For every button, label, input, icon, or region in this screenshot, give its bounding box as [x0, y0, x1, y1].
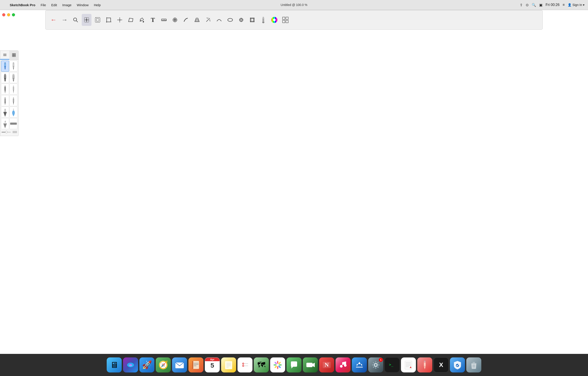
brush-item-marker-dark[interactable] [1, 72, 9, 83]
lastfm-icon[interactable]: ⊙ [526, 3, 529, 7]
brush-item-brush-medium[interactable] [10, 95, 17, 106]
svg-point-36 [228, 18, 233, 22]
dock-launchpad[interactable]: 🚀 [139, 357, 154, 373]
brush-item-brush-drop[interactable] [10, 107, 17, 118]
ruler-button[interactable] [159, 14, 169, 26]
zoom-button[interactable] [71, 14, 80, 26]
svg-rect-87 [13, 86, 14, 87]
dock-messages[interactable] [286, 357, 302, 373]
distort-button[interactable] [126, 14, 136, 26]
dock-terminal[interactable]: >_ [385, 357, 399, 373]
dock-safari[interactable]: 🧭 [156, 357, 171, 373]
brush-marker-button[interactable] [258, 14, 268, 26]
svg-rect-86 [13, 87, 14, 90]
layers-button[interactable] [247, 14, 257, 26]
svg-point-0 [74, 18, 77, 21]
svg-rect-65 [14, 55, 15, 57]
brush-grid-tab[interactable] [9, 51, 18, 59]
minimize-button[interactable] [7, 13, 10, 16]
brush-item-brush-thin[interactable] [1, 95, 9, 106]
lasso-select-button[interactable] [93, 14, 103, 26]
menu-items: SketchBook Pro File Edit Image Window He… [8, 2, 520, 8]
dock-music[interactable] [336, 357, 351, 373]
svg-rect-108 [225, 361, 232, 369]
dock-photos[interactable] [270, 357, 285, 373]
help-menu[interactable]: Help [92, 2, 103, 8]
svg-rect-75 [4, 75, 6, 78]
svg-point-122 [277, 366, 278, 369]
brush-item-pen-fine[interactable] [1, 84, 9, 95]
color-wheel-button[interactable] [270, 14, 279, 26]
brush-grid: A [0, 60, 18, 130]
dock-contacts[interactable] [189, 357, 203, 373]
edit-menu[interactable]: Edit [49, 2, 59, 8]
text-button[interactable]: T [148, 14, 158, 26]
dock-finder[interactable]: 🖥 [107, 357, 122, 373]
svg-marker-91 [13, 102, 14, 105]
svg-rect-58 [286, 20, 288, 23]
svg-rect-68 [4, 62, 6, 64]
paint-bucket-button[interactable] [137, 14, 147, 26]
svg-rect-90 [5, 97, 6, 99]
app-name-menu[interactable]: SketchBook Pro [8, 2, 38, 8]
svg-rect-57 [283, 20, 285, 23]
brush-list-tab[interactable] [0, 51, 9, 59]
curve-button[interactable] [214, 14, 224, 26]
dock-calendar[interactable]: Apr 5 [205, 357, 220, 373]
select-move-button[interactable] [82, 14, 91, 26]
puck-button[interactable] [236, 14, 246, 26]
brush-item-pencil-blue[interactable] [1, 61, 9, 72]
sign-in-button[interactable]: 👤 Sign In ▾ [568, 3, 585, 7]
dock-pencil-app[interactable] [417, 357, 432, 373]
search-icon[interactable]: 🔍 [532, 3, 536, 7]
dock-trash[interactable] [466, 357, 481, 373]
airplay-icon[interactable]: ⇪ [520, 3, 523, 7]
brush-item-marker-light[interactable] [10, 72, 17, 83]
svg-rect-83 [4, 87, 6, 90]
dock-news[interactable]: N [319, 357, 334, 373]
brush-item-pencil-gray[interactable] [10, 61, 17, 72]
fullscreen-button[interactable] [12, 13, 15, 16]
brush-item-brush-triangle[interactable] [1, 107, 9, 118]
display-icon[interactable]: ▣ [539, 3, 543, 7]
transform-button[interactable] [115, 14, 125, 26]
magic-wand-button[interactable] [203, 14, 213, 26]
brush-item-pen-gray[interactable] [10, 84, 17, 95]
svg-marker-81 [13, 80, 14, 82]
dock-appstore[interactable] [352, 357, 367, 373]
brush-item-brush-a[interactable]: A [1, 118, 9, 129]
redo-button[interactable]: → [60, 14, 69, 26]
svg-marker-16 [128, 18, 133, 22]
dock-mail[interactable] [172, 357, 187, 373]
svg-point-139 [378, 364, 379, 365]
hamburger-icon[interactable]: ≡ [563, 3, 565, 7]
dock-sysprefs[interactable]: 1 [368, 357, 383, 373]
undo-button[interactable]: ← [49, 14, 58, 26]
svg-rect-146 [405, 361, 412, 369]
close-button[interactable] [2, 13, 5, 16]
crop-button[interactable] [104, 14, 114, 26]
stroke-button[interactable] [181, 14, 191, 26]
brush-library-button[interactable] [281, 14, 290, 26]
dock-adguard[interactable] [450, 357, 465, 373]
symmetry-button[interactable] [170, 14, 180, 26]
svg-point-136 [375, 361, 376, 363]
dock-sketchbook-x[interactable]: X [434, 357, 449, 373]
dock-reminders[interactable] [237, 357, 252, 373]
dock-notes[interactable] [221, 357, 236, 373]
svg-point-120 [279, 364, 282, 365]
file-menu[interactable]: File [38, 2, 48, 8]
dock-facetime[interactable] [303, 357, 318, 373]
svg-rect-7 [96, 19, 99, 21]
canvas-area[interactable] [0, 10, 588, 354]
svg-point-132 [344, 364, 346, 367]
dock-maps[interactable]: 🗺 [254, 357, 269, 373]
perspective-button[interactable] [192, 14, 202, 26]
person-icon: 👤 [568, 3, 571, 7]
window-menu[interactable]: Window [75, 2, 91, 8]
ellipse-button[interactable] [225, 14, 235, 26]
dock-textedit[interactable] [401, 357, 416, 373]
brush-item-brush-rect[interactable] [10, 118, 17, 129]
image-menu[interactable]: Image [60, 2, 74, 8]
dock-siri[interactable] [123, 357, 138, 373]
